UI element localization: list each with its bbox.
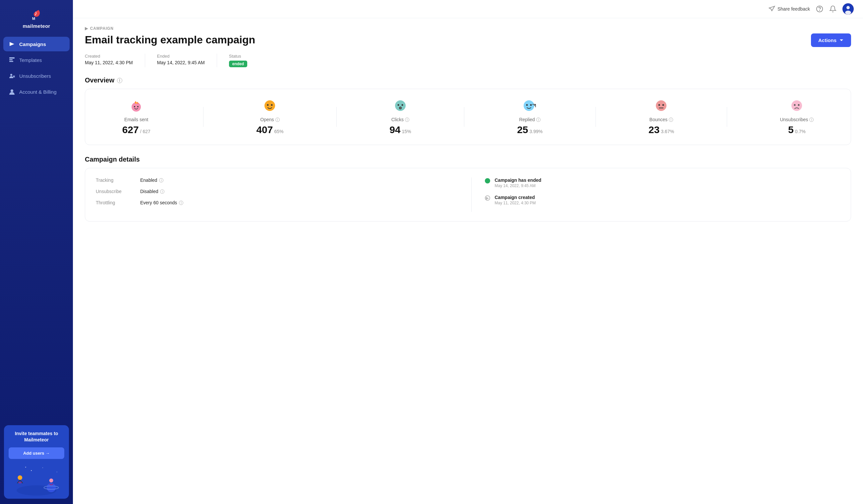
emails-sent-emoji [129, 98, 143, 115]
sidebar-illustration [9, 462, 64, 499]
svg-point-10 [17, 476, 22, 480]
svg-point-15 [49, 478, 53, 482]
bounces-label: Bounces i [650, 117, 673, 122]
opens-sub: 65% [274, 129, 284, 134]
stat-divider-2 [336, 107, 337, 127]
overview-info-icon[interactable]: i [117, 78, 122, 83]
svg-point-8 [11, 89, 13, 92]
svg-point-19 [57, 471, 57, 472]
meta-row: Created May 11, 2022, 4:30 PM Ended May … [85, 54, 851, 67]
campaign-details-card: Tracking Enabled i Unsubscribe Disabled … [85, 168, 851, 221]
sidebar-nav: Campaigns Templates Unsubscribers [0, 34, 73, 422]
svg-point-16 [31, 470, 32, 471]
clicks-emoji [393, 98, 408, 115]
sidebar-item-campaigns[interactable]: Campaigns [3, 37, 70, 51]
topbar: Share feedback [73, 0, 863, 18]
help-icon[interactable] [816, 5, 823, 13]
page-title: Email tracking example campaign [85, 34, 255, 46]
add-users-button[interactable]: Add users → [9, 448, 64, 459]
tracking-info-icon[interactable]: i [159, 178, 163, 182]
logo-icon: M [29, 7, 44, 22]
stat-unsubscribes: Unsubscribes i 5 0.7% [780, 98, 814, 135]
sidebar-item-templates[interactable]: Templates [3, 53, 70, 67]
breadcrumb-arrow-icon: ▶ [85, 26, 88, 31]
opens-label: Opens i [260, 117, 279, 122]
svg-point-38 [530, 104, 531, 106]
page-content-area: ▶ CAMPAIGN Email tracking example campai… [73, 18, 863, 504]
stat-divider-4 [596, 107, 596, 127]
svg-point-36 [524, 100, 534, 111]
stat-emails-sent: Emails sent 627 / 627 [122, 98, 150, 135]
throttling-row: Throttling Every 60 seconds i [96, 200, 451, 205]
svg-point-43 [791, 100, 802, 111]
replied-label: Replied i [519, 117, 540, 122]
emails-sent-sub: / 627 [140, 129, 150, 134]
overview-card: Emails sent 627 / 627 [85, 89, 851, 145]
throttling-info-icon[interactable]: i [179, 201, 183, 205]
opens-info-icon[interactable]: i [275, 118, 280, 122]
svg-point-24 [845, 11, 851, 15]
svg-text:M: M [32, 16, 35, 21]
svg-point-25 [132, 102, 141, 112]
timeline-item-created: ▶ Campaign created May 11, 2022, 4:30 PM [485, 195, 840, 205]
svg-point-33 [401, 104, 403, 106]
bounces-emoji [654, 98, 668, 115]
stat-divider-5 [727, 107, 727, 127]
emails-sent-label: Emails sent [124, 117, 148, 122]
svg-point-31 [395, 100, 406, 111]
svg-point-45 [798, 104, 800, 106]
svg-point-41 [663, 104, 664, 106]
notifications-icon[interactable] [829, 5, 837, 13]
emails-sent-value: 627 [122, 124, 139, 135]
campaigns-icon [9, 41, 15, 47]
opens-emoji [262, 98, 277, 115]
clicks-label: Clicks i [391, 117, 409, 122]
unsubscribes-info-icon[interactable]: i [809, 118, 814, 122]
invite-box: Invite teammates to Mailmeteor Add users… [4, 425, 69, 499]
svg-point-35 [399, 107, 401, 109]
status-meta: Status ended [229, 54, 259, 67]
svg-point-30 [271, 104, 273, 106]
share-feedback-button[interactable]: Share feedback [768, 5, 810, 13]
clicks-info-icon[interactable]: i [405, 118, 409, 122]
stat-replied: Replied i 25 3.99% [517, 98, 542, 135]
clicks-value: 94 [389, 124, 400, 135]
page-header: Email tracking example campaign Actions [85, 34, 851, 47]
svg-point-40 [659, 104, 660, 106]
overview-section-title: Overview i [85, 77, 851, 84]
replied-info-icon[interactable]: i [536, 118, 540, 122]
ended-meta: Ended May 14, 2022, 9:45 AM [157, 54, 217, 67]
svg-point-27 [137, 106, 139, 107]
svg-point-5 [10, 74, 12, 76]
svg-point-39 [656, 100, 666, 111]
clicks-sub: 15% [402, 129, 411, 134]
svg-rect-4 [9, 61, 13, 62]
details-right: Campaign has ended May 14, 2022, 9:45 AM… [471, 178, 840, 212]
timeline-dot-green [485, 178, 490, 183]
unsubscribe-info-icon[interactable]: i [160, 190, 164, 194]
actions-button[interactable]: Actions [811, 34, 851, 47]
bounces-value: 23 [649, 124, 660, 135]
stat-bounces: Bounces i 23 3.67% [649, 98, 674, 135]
tracking-row: Tracking Enabled i [96, 178, 451, 183]
stat-opens: Opens i 407 65% [256, 98, 283, 135]
bounces-info-icon[interactable]: i [669, 118, 673, 122]
svg-point-18 [25, 467, 26, 468]
replied-sub: 3.99% [529, 129, 543, 134]
svg-point-44 [794, 104, 796, 106]
sidebar-item-unsubscribers[interactable]: Unsubscribers [3, 68, 70, 83]
account-icon [9, 88, 15, 95]
user-avatar[interactable] [842, 3, 854, 15]
main-content: Share feedback ▶ CAMPAIGN Email tra [73, 0, 863, 504]
templates-icon [9, 56, 15, 63]
bounces-sub: 3.67% [661, 129, 674, 134]
svg-point-26 [134, 106, 135, 107]
sidebar-item-account-billing[interactable]: Account & Billing [3, 85, 70, 99]
megaphone-icon [768, 5, 776, 13]
svg-rect-3 [9, 59, 13, 60]
timeline-item-ended: Campaign has ended May 14, 2022, 9:45 AM [485, 178, 840, 188]
created-meta: Created May 11, 2022, 4:30 PM [85, 54, 145, 67]
stat-divider-3 [464, 107, 464, 127]
svg-point-32 [397, 104, 399, 106]
svg-point-21 [820, 10, 820, 11]
